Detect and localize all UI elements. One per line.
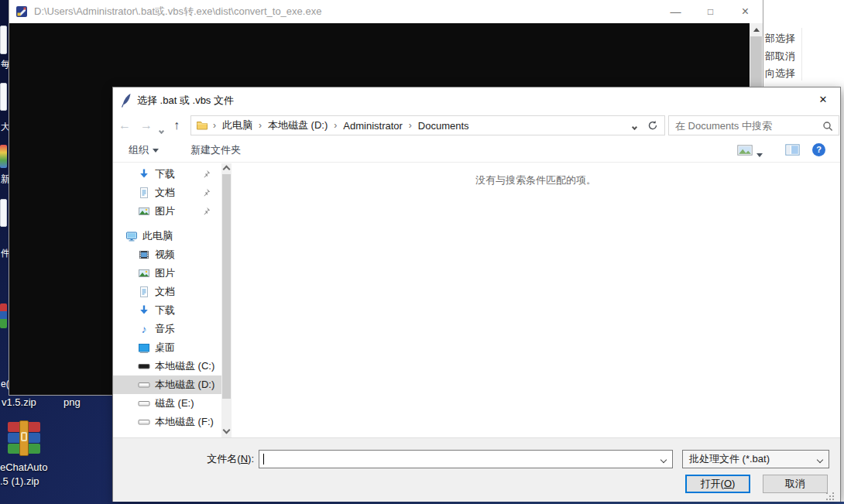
up-arrow-icon[interactable]: ↑	[173, 113, 180, 138]
sidebar-item-drive-f[interactable]: 本地磁盘 (F:)	[113, 413, 221, 431]
desktop-icon-fragment	[0, 26, 7, 54]
download-icon	[138, 168, 150, 180]
sidebar-item-drive-d-selected[interactable]: 本地磁盘 (D:)	[113, 375, 221, 394]
sidebar-item-downloads-pinned[interactable]: 下载	[113, 165, 221, 183]
sidebar-scrollbar-thumb[interactable]	[222, 174, 231, 399]
hard-drive-icon	[138, 397, 150, 410]
search-box[interactable]	[668, 115, 839, 135]
winrar-archive-icon[interactable]	[8, 420, 40, 456]
console-close-button[interactable]: ×	[728, 0, 763, 23]
filename-label: 文件名(N):	[194, 450, 254, 468]
desktop-icon-label-fragment: e(	[1, 379, 9, 389]
folder-icon	[196, 119, 208, 132]
dialog-footer: 文件名(N): 批处理文件 (*.bat) 打开(O) 取消	[113, 437, 840, 502]
search-input[interactable]	[669, 116, 839, 135]
console-app-icon	[15, 5, 28, 18]
sidebar-scrollbar[interactable]	[221, 163, 232, 437]
document-icon	[138, 286, 150, 298]
forward-arrow-icon[interactable]: →	[140, 113, 153, 138]
filename-input[interactable]	[259, 451, 672, 468]
address-dropdown-chevron-icon[interactable]	[633, 118, 636, 132]
back-arrow-icon[interactable]: ←	[118, 113, 131, 138]
sidebar-item-drive-c[interactable]: 本地磁盘 (C:)	[113, 357, 221, 375]
preview-pane-button[interactable]	[785, 144, 800, 159]
desktop-icon-fragment	[0, 303, 7, 328]
desktop-icon-label-fragment: 大	[1, 121, 9, 134]
console-minimize-button[interactable]: —	[658, 0, 693, 23]
sidebar-item-videos[interactable]: 视频	[113, 245, 221, 264]
thumbnail-view-icon	[737, 144, 753, 156]
help-icon[interactable]: ?	[812, 143, 825, 156]
desktop-icon-label-fragment: 件	[1, 247, 9, 260]
picture-icon	[138, 205, 150, 218]
video-icon	[138, 249, 150, 261]
music-note-icon: ♪	[138, 323, 150, 335]
ribbon-select-all-button[interactable]: 部选择	[765, 32, 795, 46]
filetype-dropdown[interactable]: 批处理文件 (*.bat)	[682, 450, 829, 468]
organize-button[interactable]: 组织	[129, 138, 159, 162]
ribbon-divider	[801, 28, 802, 81]
filetype-dropdown-chevron-icon	[817, 457, 823, 463]
document-icon	[138, 187, 150, 199]
desktop-icon-label-fragment: 每	[1, 58, 9, 71]
picture-icon	[138, 267, 150, 279]
desktop-icon-fragment	[0, 83, 7, 111]
open-file-dialog: 选择 .bat 或 .vbs 文件 ✕ ← → ↑ › 此电脑 › 本地磁盘 (…	[112, 87, 841, 502]
breadcrumb-this-pc[interactable]: 此电脑	[219, 118, 256, 132]
breadcrumb-drive-d[interactable]: 本地磁盘 (D:)	[265, 118, 331, 132]
ribbon-invert-selection-button[interactable]: 向选择	[765, 67, 795, 81]
sidebar-item-documents-pinned[interactable]: 文档	[113, 183, 221, 202]
views-dropdown-chevron-icon[interactable]	[757, 148, 763, 162]
sidebar-item-desktop[interactable]: 桌面	[113, 338, 221, 357]
breadcrumb-separator: ›	[256, 120, 265, 131]
open-button[interactable]: 打开(O)	[685, 475, 750, 493]
filename-combobox[interactable]	[259, 450, 673, 468]
resize-grip[interactable]	[826, 492, 828, 494]
cancel-button[interactable]: 取消	[763, 475, 828, 493]
scroll-up-arrow-icon[interactable]	[753, 28, 760, 32]
recent-locations-chevron-icon[interactable]	[160, 122, 163, 136]
desktop-file-label-chat-line1[interactable]: eChatAuto	[0, 461, 47, 473]
breadcrumb-administrator[interactable]: Administrator	[340, 120, 406, 132]
console-maximize-button[interactable]: □	[693, 0, 728, 23]
empty-folder-message: 没有与搜索条件匹配的项。	[232, 173, 840, 187]
command-toolbar: 组织 新建文件夹 ?	[113, 138, 840, 163]
chevron-down-icon	[153, 149, 159, 153]
navigation-bar: ← → ↑ › 此电脑 › 本地磁盘 (D:) › Administrator …	[113, 113, 840, 138]
sidebar-item-this-pc[interactable]: 此电脑	[113, 227, 221, 245]
download-icon	[138, 304, 150, 317]
hard-drive-icon	[138, 379, 150, 391]
pin-icon	[202, 204, 211, 218]
refresh-icon[interactable]	[647, 120, 658, 131]
sidebar-item-downloads[interactable]: 下载	[113, 301, 221, 320]
text-caret	[263, 454, 264, 465]
desktop-icon-fragment	[0, 145, 7, 168]
console-titlebar[interactable]: D:\Users\Administrator\.bat或.vbs转.exe\di…	[9, 0, 763, 23]
new-folder-button[interactable]: 新建文件夹	[190, 138, 241, 162]
search-icon	[822, 121, 833, 135]
pin-icon	[202, 186, 211, 200]
sidebar-item-documents[interactable]: 文档	[113, 283, 221, 301]
desktop-file-label-png[interactable]: png	[63, 396, 81, 408]
address-bar[interactable]: › 此电脑 › 本地磁盘 (D:) › Administrator › Docu…	[190, 115, 665, 135]
sidebar-item-pictures-pinned[interactable]: 图片	[113, 202, 221, 221]
breadcrumb-separator: ›	[210, 120, 219, 131]
winrar-buckle	[21, 432, 27, 441]
dialog-titlebar[interactable]: 选择 .bat 或 .vbs 文件 ✕	[113, 87, 840, 113]
sidebar-item-drive-e[interactable]: 磁盘 (E:)	[113, 394, 221, 413]
desktop-icon	[138, 341, 150, 354]
sidebar-item-music[interactable]: ♪ 音乐	[113, 320, 221, 338]
desktop-file-label-zip[interactable]: v1.5.zip	[2, 396, 36, 408]
breadcrumb-separator: ›	[331, 120, 340, 131]
views-button[interactable]	[737, 144, 753, 159]
dialog-close-button[interactable]: ✕	[808, 87, 838, 112]
desktop-file-label-chat-line2[interactable]: .5 (1).zip	[0, 475, 39, 487]
hard-drive-dark-icon	[138, 360, 150, 372]
scroll-down-chevron-icon[interactable]	[223, 427, 231, 434]
breadcrumb-documents[interactable]: Documents	[415, 120, 472, 132]
breadcrumb-separator: ›	[406, 120, 415, 131]
sidebar-item-pictures[interactable]: 图片	[113, 264, 221, 283]
hard-drive-icon	[138, 416, 150, 428]
scroll-up-chevron-icon[interactable]	[223, 166, 231, 173]
ribbon-select-none-button[interactable]: 部取消	[765, 50, 795, 63]
